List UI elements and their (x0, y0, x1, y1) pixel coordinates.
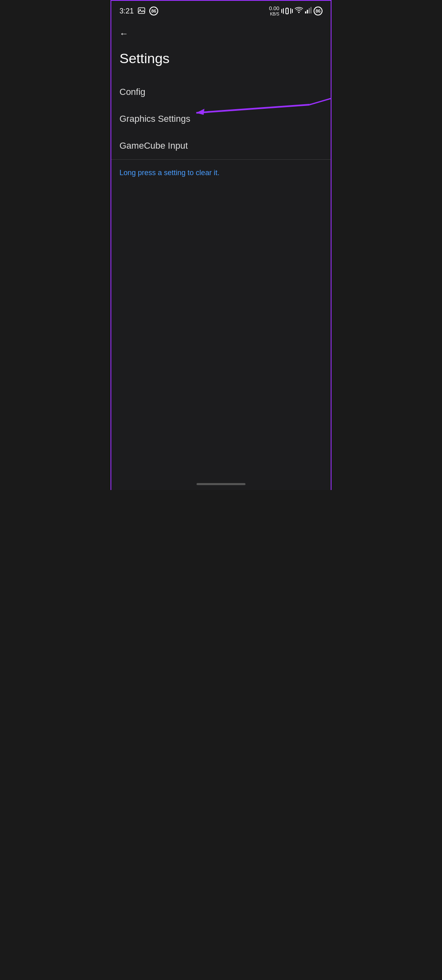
header: ← Settings (111, 21, 331, 79)
page-title: Settings (119, 46, 323, 70)
svg-rect-3 (305, 11, 306, 13)
bottom-section: Long press a setting to clear it. (111, 160, 331, 186)
menu-list: Config Graphics Settings GameCube Input (111, 79, 331, 159)
status-bar: 3:21 86 0.00 KB/S (111, 1, 331, 21)
vibrate-icon (281, 8, 293, 14)
wifi-icon (295, 7, 303, 15)
menu-item-gamecube-input[interactable]: GameCube Input (111, 132, 331, 159)
status-bar-right: 0.00 KB/S (269, 5, 323, 17)
svg-rect-4 (307, 10, 308, 13)
image-icon (138, 7, 145, 15)
menu-item-config[interactable]: Config (111, 79, 331, 105)
svg-point-2 (298, 12, 300, 13)
back-arrow-icon: ← (119, 29, 128, 39)
right-battery-badge: 86 (314, 7, 323, 15)
network-speed: 0.00 KB/S (269, 5, 279, 17)
status-bar-left: 3:21 86 (119, 7, 158, 15)
signal-icon (305, 7, 312, 15)
left-badge: 86 (149, 7, 158, 15)
back-button[interactable]: ← (119, 25, 128, 42)
status-time: 3:21 (119, 7, 134, 15)
menu-item-graphics-settings[interactable]: Graphics Settings (111, 105, 331, 132)
svg-rect-5 (309, 8, 310, 13)
svg-rect-0 (138, 8, 145, 13)
home-indicator (197, 483, 245, 485)
hint-text: Long press a setting to clear it. (119, 168, 323, 178)
svg-rect-6 (311, 7, 312, 13)
